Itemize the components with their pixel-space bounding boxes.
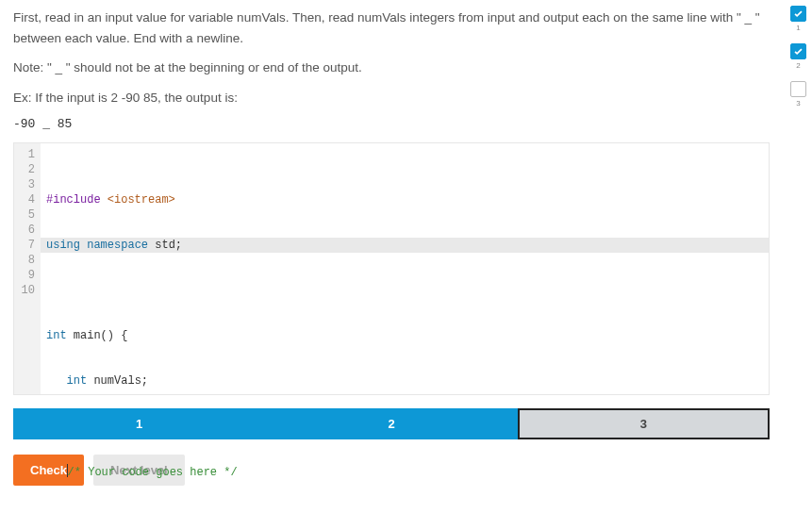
level-tab-1[interactable]: 1 bbox=[13, 408, 265, 439]
line-number: 4 bbox=[18, 192, 35, 207]
check-icon bbox=[793, 46, 804, 57]
level-tab-2[interactable]: 2 bbox=[265, 408, 517, 439]
line-number: 9 bbox=[18, 268, 35, 283]
code-token: using bbox=[46, 239, 87, 252]
line-number: 3 bbox=[18, 177, 35, 192]
line-number: 10 bbox=[18, 283, 35, 298]
code-token: int bbox=[67, 374, 94, 388]
progress-check-3[interactable] bbox=[790, 81, 806, 97]
sample-output: -90 _ 85 bbox=[13, 117, 770, 131]
progress-num-1: 1 bbox=[796, 24, 800, 32]
code-token: int bbox=[46, 329, 74, 342]
progress-sidebar: 1 2 3 bbox=[790, 6, 806, 108]
prompt-line-3: Ex: If the input is 2 -90 85, the output… bbox=[13, 88, 770, 108]
progress-check-2[interactable] bbox=[790, 43, 806, 59]
code-token: /* Your code goes here */ bbox=[68, 466, 238, 479]
prompt-line-1: First, read in an input value for variab… bbox=[13, 8, 770, 48]
code-token: std; bbox=[155, 239, 182, 252]
code-token: numVals; bbox=[93, 374, 148, 388]
code-token: #include bbox=[46, 193, 108, 207]
problem-prompt: First, read in an input value for variab… bbox=[13, 8, 770, 131]
code-token: namespace bbox=[87, 239, 155, 252]
level-tabs: 1 2 3 bbox=[13, 408, 770, 439]
line-number: 6 bbox=[18, 223, 35, 238]
code-token: main() { bbox=[74, 329, 128, 342]
line-number: 5 bbox=[18, 207, 35, 223]
line-number: 2 bbox=[18, 162, 35, 177]
progress-check-1[interactable] bbox=[790, 6, 806, 22]
progress-num-2: 2 bbox=[796, 61, 800, 70]
progress-num-3: 3 bbox=[796, 99, 800, 108]
prompt-line-2: Note: " _ " should not be at the beginni… bbox=[13, 58, 770, 78]
code-token: <iostream> bbox=[108, 193, 175, 207]
line-number: 8 bbox=[18, 253, 35, 268]
code-editor[interactable]: 1 2 3 4 5 6 7 8 9 10 #include <iostream>… bbox=[13, 142, 770, 395]
line-number: 7 bbox=[18, 238, 35, 253]
line-gutter: 1 2 3 4 5 6 7 8 9 10 bbox=[14, 143, 41, 394]
check-icon bbox=[793, 8, 804, 19]
level-tab-3[interactable]: 3 bbox=[518, 408, 770, 439]
code-area[interactable]: #include <iostream> using namespace std;… bbox=[41, 143, 769, 394]
line-number: 1 bbox=[18, 147, 35, 162]
